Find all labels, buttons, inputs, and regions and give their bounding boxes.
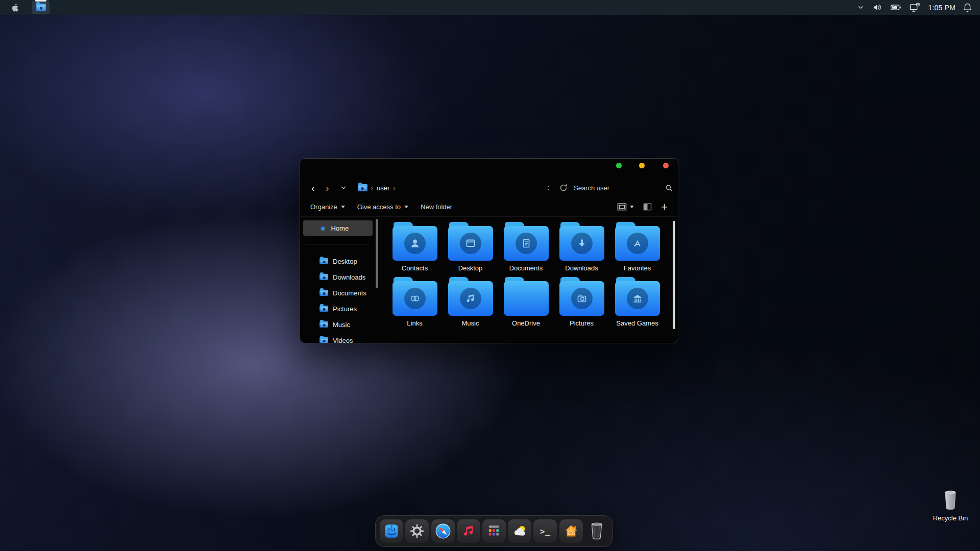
file-explorer-icon [36, 4, 46, 11]
download-arrow-icon [571, 233, 593, 254]
organize-label: Organize [310, 203, 337, 211]
give-access-to-button[interactable]: Give access to [351, 203, 414, 211]
sidebar-item-desktop[interactable]: Desktop [303, 254, 373, 269]
folder-downloads[interactable]: Downloads [554, 222, 609, 272]
search-magnifier-icon[interactable] [665, 184, 673, 192]
notifications-bell-icon[interactable] [963, 3, 972, 12]
dock: >_ [375, 515, 613, 547]
dock-item-system-preferences[interactable] [405, 519, 429, 543]
weather-cloud-sun-icon [511, 523, 528, 539]
folder-contacts[interactable]: Contacts [387, 222, 443, 272]
folder-links[interactable]: Links [387, 277, 443, 327]
traffic-light-yellow-button[interactable] [639, 163, 645, 168]
window-titlebar[interactable] [300, 159, 678, 178]
preview-pane-button[interactable] [641, 203, 654, 211]
recycle-bin-icon [940, 488, 961, 512]
folder-pictures[interactable]: Pictures [554, 277, 609, 327]
folder-desktop[interactable]: Desktop [443, 222, 498, 272]
folder-icon [448, 277, 493, 316]
recycle-bin-label: Recycle Bin [933, 514, 968, 522]
folder-icon [615, 277, 660, 316]
breadcrumb-separator-icon: › [371, 184, 373, 192]
search-box[interactable] [573, 184, 673, 192]
recent-locations-chevron-icon[interactable] [337, 185, 350, 191]
document-icon [516, 233, 537, 254]
folder-icon [559, 277, 604, 316]
clock[interactable]: 1:05 PM [928, 4, 955, 12]
dock-item-weather[interactable] [508, 519, 531, 543]
files-grid: Contacts Desktop [387, 222, 669, 327]
music-note-icon [460, 288, 481, 309]
sidebar-item-videos[interactable]: Videos [303, 333, 373, 343]
sidebar-item-label: Music [333, 321, 350, 329]
sidebar-item-label: Videos [333, 337, 353, 344]
sidebar-item-label: Documents [333, 289, 366, 297]
folder-music[interactable]: Music [443, 277, 498, 327]
new-item-plus-icon[interactable]: + [659, 202, 670, 213]
change-view-button[interactable] [615, 203, 636, 211]
sidebar-item-music[interactable]: Music [303, 317, 373, 332]
folder-label: Favorites [624, 264, 651, 272]
sidebar-item-label: Downloads [333, 273, 365, 281]
menu-bar: 1:05 PM [0, 0, 980, 15]
building-icon [627, 288, 648, 309]
sidebar-item-documents[interactable]: Documents [303, 285, 373, 300]
new-folder-button[interactable]: New folder [414, 203, 458, 211]
folder-icon [320, 337, 328, 343]
sidebar-item-downloads[interactable]: Downloads [303, 269, 373, 285]
dock-item-finder[interactable] [380, 519, 403, 543]
refresh-icon[interactable] [554, 184, 573, 192]
folder-icon [320, 321, 328, 328]
sidebar-item-home[interactable]: ★ Home [303, 220, 373, 236]
folder-icon [393, 222, 437, 261]
sidebar-item-label: Home [331, 224, 349, 232]
sidebar-scrollbar[interactable] [376, 219, 378, 288]
sidebar-item-label: Pictures [333, 305, 357, 313]
folder-saved-games[interactable]: Saved Games [609, 277, 665, 327]
traffic-light-red-button[interactable] [663, 163, 669, 168]
new-folder-label: New folder [421, 203, 452, 211]
active-window-indicator [35, 0, 46, 2]
folder-label: Music [462, 319, 479, 327]
search-input[interactable] [573, 184, 665, 192]
launchpad-icon [486, 523, 502, 539]
dock-item-terminal[interactable]: >_ [533, 519, 557, 543]
hidden-icons-chevron-icon[interactable] [857, 4, 865, 11]
recycle-bin-desktop-icon[interactable]: Recycle Bin [925, 488, 976, 522]
apple-menu-icon[interactable] [10, 3, 19, 13]
dock-item-launchpad[interactable] [482, 519, 506, 543]
music-note-icon [461, 523, 476, 539]
content-scrollbar[interactable] [673, 221, 675, 329]
command-toolbar: Organize Give access to New folder [300, 197, 678, 217]
folder-icon [320, 274, 328, 280]
organize-button[interactable]: Organize [300, 203, 351, 211]
gear-icon [409, 523, 425, 539]
sidebar-item-pictures[interactable]: Pictures [303, 301, 373, 316]
folder-favorites[interactable]: Favorites [609, 222, 665, 272]
network-display-icon[interactable] [909, 3, 920, 12]
address-folder-icon[interactable] [358, 184, 368, 191]
chevron-down-icon [341, 206, 345, 208]
dock-item-music[interactable] [457, 519, 480, 543]
breadcrumb-location[interactable]: user [377, 184, 389, 192]
finder-icon [383, 523, 400, 539]
traffic-light-green-button[interactable] [616, 163, 622, 168]
folder-label: Downloads [565, 264, 598, 272]
folder-label: Desktop [458, 264, 483, 272]
back-button[interactable]: ‹ [307, 183, 318, 193]
volume-icon[interactable] [872, 3, 882, 12]
chevron-down-icon [630, 206, 634, 208]
dock-item-home-app[interactable] [559, 519, 583, 543]
folder-icon [320, 290, 328, 296]
folder-documents[interactable]: Documents [498, 222, 554, 272]
file-explorer-taskbar-button[interactable] [32, 1, 50, 14]
folder-icon [320, 306, 328, 312]
forward-button[interactable]: › [322, 183, 333, 193]
folder-label: Pictures [570, 319, 594, 327]
dock-item-trash[interactable] [585, 518, 608, 544]
folder-onedrive[interactable]: OneDrive [498, 277, 554, 327]
battery-icon[interactable] [890, 4, 901, 11]
dock-item-safari[interactable] [431, 519, 455, 543]
folder-icon [615, 222, 660, 261]
navigation-pane: ★ Home Desktop Downloads Documents [300, 217, 377, 343]
